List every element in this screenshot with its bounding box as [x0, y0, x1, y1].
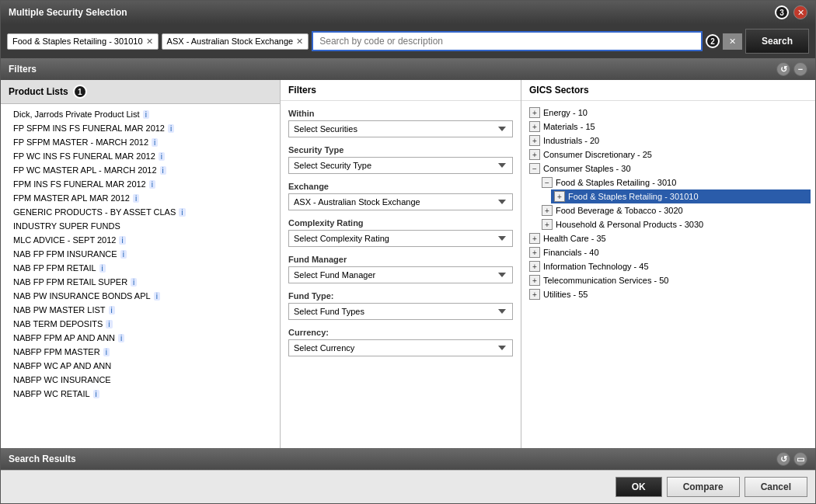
list-item[interactable]: FP SFPM MASTER - MARCH 2012i — [1, 135, 280, 149]
filter-complexity-select[interactable]: Select Complexity Rating — [288, 230, 513, 247]
tree-expand-icon[interactable]: − — [529, 163, 540, 174]
filter-group-currency: Currency: Select Currency — [288, 328, 513, 356]
list-item[interactable]: NAB PW MASTER LISTi — [1, 303, 280, 317]
list-item[interactable]: FPM INS FS FUNERAL MAR 2012i — [1, 177, 280, 191]
info-icon[interactable]: i — [99, 264, 106, 273]
list-item[interactable]: NAB PW INSURANCE BONDS APLi — [1, 289, 280, 303]
info-icon[interactable]: i — [143, 110, 149, 119]
tree-item[interactable]: +Health Care - 35 — [526, 231, 811, 245]
tree-item[interactable]: +Materials - 15 — [526, 120, 811, 134]
filters-refresh-button[interactable]: ↺ — [776, 62, 790, 76]
info-icon[interactable]: i — [160, 166, 166, 175]
tree-expand-icon[interactable]: + — [542, 205, 553, 216]
search-tag-food-remove[interactable]: ✕ — [146, 36, 153, 47]
search-button[interactable]: Search — [745, 29, 809, 54]
tree-expand-icon[interactable]: + — [529, 289, 540, 300]
tree-expand-icon[interactable]: + — [554, 191, 565, 202]
info-icon[interactable]: i — [154, 292, 160, 301]
list-item[interactable]: NAB FP FPM INSURANCEi — [1, 247, 280, 261]
product-list-item-label: NAB FP FPM INSURANCE — [13, 249, 117, 259]
info-icon[interactable]: i — [159, 152, 165, 161]
list-item[interactable]: FPM MASTER APL MAR 2012i — [1, 191, 280, 205]
tree-item[interactable]: −Food & Staples Retailing - 3010 — [539, 176, 811, 189]
info-icon[interactable]: i — [93, 390, 99, 398]
tree-item[interactable]: −Consumer Staples - 30 — [526, 162, 811, 176]
tree-expand-icon[interactable]: + — [529, 135, 540, 146]
close-button[interactable]: ✕ — [793, 5, 807, 19]
list-item[interactable]: MLC ADVICE - SEPT 2012i — [1, 233, 280, 247]
list-item[interactable]: GENERIC PRODUCTS - BY ASSET CLASi — [1, 205, 280, 219]
product-lists-content[interactable]: Dick, Jarrods Private Product ListiFP SF… — [1, 104, 280, 448]
tree-expand-icon[interactable]: − — [542, 177, 553, 188]
filter-exchange-select[interactable]: ASX - Australian Stock Exchange — [288, 193, 513, 210]
tree-item[interactable]: +Financials - 40 — [526, 245, 811, 259]
info-icon[interactable]: i — [168, 124, 174, 133]
tree-item-label: Energy - 10 — [543, 108, 588, 117]
info-icon[interactable]: i — [109, 306, 115, 315]
list-item[interactable]: NABFP WC RETAILi — [1, 387, 280, 401]
product-list-item-label: FPM INS FS FUNERAL MAR 2012 — [13, 179, 146, 189]
search-tag-asx-remove[interactable]: ✕ — [296, 36, 303, 47]
info-icon[interactable]: i — [103, 348, 110, 356]
list-item[interactable]: FP SFPM INS FS FUNERAL MAR 2012i — [1, 121, 280, 135]
tree-expand-icon[interactable]: + — [529, 107, 540, 118]
tree-expand-icon[interactable]: + — [529, 121, 540, 132]
filter-security-type-select[interactable]: Select Security Type — [288, 157, 513, 174]
tree-expand-icon[interactable]: + — [529, 275, 540, 286]
tree-item[interactable]: +Consumer Discretionary - 25 — [526, 148, 811, 162]
filters-collapse-button[interactable]: − — [793, 62, 807, 76]
search-clear-button[interactable]: ✕ — [723, 33, 742, 50]
info-icon[interactable]: i — [152, 138, 158, 147]
tree-item[interactable]: +Food Beverage & Tobacco - 3020 — [539, 203, 811, 217]
tree-expand-icon[interactable]: + — [542, 219, 553, 230]
product-list-item-label: NAB FP FPM RETAIL — [13, 263, 96, 273]
info-icon[interactable]: i — [131, 278, 137, 287]
info-icon[interactable]: i — [149, 180, 155, 189]
tree-expand-icon[interactable]: + — [529, 247, 540, 258]
cancel-button[interactable]: Cancel — [745, 477, 807, 497]
filter-fund-type-select[interactable]: Select Fund Types — [288, 303, 513, 320]
list-item[interactable]: NAB TERM DEPOSITSi — [1, 317, 280, 331]
search-results-title: Search Results — [9, 454, 76, 464]
filter-fund-manager-select[interactable]: Select Fund Manager — [288, 266, 513, 283]
tree-expand-icon[interactable]: + — [529, 261, 540, 272]
tree-expand-icon[interactable]: + — [529, 233, 540, 244]
search-input[interactable] — [312, 31, 703, 51]
tree-item[interactable]: +Utilities - 55 — [526, 287, 811, 301]
product-list-item-label: NAB FP FPM RETAIL SUPER — [13, 277, 127, 287]
search-results-collapse-button[interactable]: ▭ — [793, 452, 807, 466]
product-lists-panel: Product Lists 1 Dick, Jarrods Private Pr… — [1, 80, 281, 448]
tree-expand-icon[interactable]: + — [529, 149, 540, 160]
tree-item-label: Materials - 15 — [543, 122, 595, 131]
ok-button[interactable]: OK — [615, 477, 662, 497]
product-list-item-label: NABFP FPM AP AND ANN — [13, 333, 115, 342]
tree-item[interactable]: +Household & Personal Products - 3030 — [539, 217, 811, 231]
tree-item[interactable]: +Industrials - 20 — [526, 134, 811, 148]
list-item[interactable]: NABFP FPM AP AND ANNi — [1, 331, 280, 345]
list-item[interactable]: Dick, Jarrods Private Product Listi — [1, 107, 280, 121]
info-icon[interactable]: i — [118, 334, 124, 342]
filter-currency-select[interactable]: Select Currency — [288, 339, 513, 356]
tree-item[interactable]: +Information Technology - 45 — [526, 259, 811, 273]
compare-button[interactable]: Compare — [667, 477, 740, 497]
list-item[interactable]: FP WC INS FS FUNERAL MAR 2012i — [1, 149, 280, 163]
list-item[interactable]: INDUSTRY SUPER FUNDS — [1, 219, 280, 233]
list-item[interactable]: NAB FP FPM RETAILi — [1, 261, 280, 275]
tree-item[interactable]: +Energy - 10 — [526, 106, 811, 120]
info-icon[interactable]: i — [120, 250, 127, 259]
info-icon[interactable]: i — [106, 320, 112, 328]
list-item[interactable]: NAB FP FPM RETAIL SUPERi — [1, 275, 280, 289]
search-results-refresh-button[interactable]: ↺ — [776, 452, 790, 466]
tree-item[interactable]: +Telecommunication Services - 50 — [526, 273, 811, 287]
list-item[interactable]: NABFP FPM MASTERi — [1, 345, 280, 359]
tree-item[interactable]: +Food & Staples Retailing - 301010 — [551, 189, 811, 203]
product-list-item-label: MLC ADVICE - SEPT 2012 — [13, 235, 116, 245]
list-item[interactable]: FP WC MASTER APL - MARCH 2012i — [1, 163, 280, 177]
list-item[interactable]: NABFP WC INSURANCE — [1, 373, 280, 387]
product-list-item-label: NABFP WC RETAIL — [13, 389, 90, 398]
list-item[interactable]: NABFP WC AP AND ANN — [1, 359, 280, 373]
info-icon[interactable]: i — [133, 194, 139, 203]
info-icon[interactable]: i — [179, 208, 185, 217]
filter-within-select[interactable]: Select Securities — [288, 120, 513, 137]
info-icon[interactable]: i — [119, 236, 125, 245]
